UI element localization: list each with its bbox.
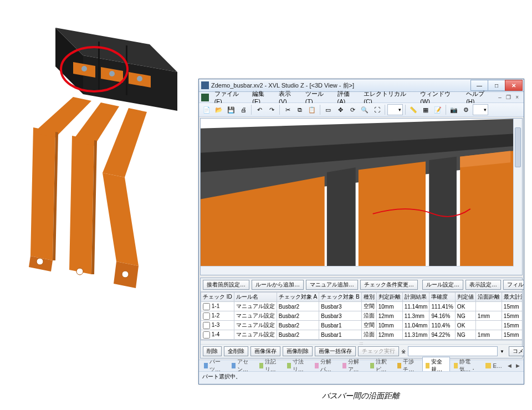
menu-window[interactable]: ウィンドウ(W) <box>417 90 463 105</box>
table-row[interactable]: 1-1マニュアル設定Busbar2Busbar3空間10mm11.14mm111… <box>201 302 523 311</box>
svg-point-9 <box>109 71 115 76</box>
tb-paste-icon[interactable]: 📋 <box>306 104 318 115</box>
tb-rotate-icon[interactable]: ⟳ <box>347 104 358 115</box>
mdi-min-button[interactable]: – <box>495 94 504 101</box>
tb-zoom-icon[interactable]: 🔍 <box>359 104 370 115</box>
tb-save-icon[interactable]: 💾 <box>226 104 237 115</box>
maximize-button[interactable]: □ <box>488 80 505 91</box>
tb-settings-icon[interactable]: ⚙ <box>461 104 472 115</box>
tb-print-icon[interactable]: 🖨 <box>238 104 249 115</box>
col-creepage[interactable]: 沿面距離 <box>475 293 502 302</box>
reference-3d-image <box>11 11 188 294</box>
menu-edit[interactable]: 編集(E) <box>249 90 275 105</box>
menu-view[interactable]: 表示(V) <box>275 90 302 105</box>
delete-button[interactable]: 削除 <box>203 346 222 356</box>
svg-point-15 <box>37 258 43 265</box>
menu-electrical[interactable]: エレクトリカル(C) <box>360 90 417 105</box>
viewport-scrollbar-horizontal[interactable] <box>201 266 514 275</box>
viewport-scrollbar-vertical[interactable] <box>513 119 522 275</box>
tab-disB[interactable]: 分解ア… <box>340 357 366 371</box>
tb-new-icon[interactable]: 📄 <box>201 104 212 115</box>
col-target-b[interactable]: チェック対象 B <box>319 293 361 302</box>
tb-section-icon[interactable]: ▦ <box>420 104 431 115</box>
check-mark-icon: ※ <box>401 348 406 355</box>
tb-pan-icon[interactable]: ✥ <box>335 104 346 115</box>
col-rule-name[interactable]: ルール名 <box>234 293 277 302</box>
tb-render-dropdown[interactable]: ▾ <box>387 104 403 115</box>
col-max[interactable]: 最大計測… <box>502 293 522 302</box>
mdi-restore-button[interactable]: ❐ <box>504 94 513 101</box>
svg-point-8 <box>81 66 87 71</box>
tb-redo-icon[interactable]: ↷ <box>266 104 277 115</box>
tb-cut-icon[interactable]: ✂ <box>282 104 293 115</box>
tb-measure-icon[interactable]: 📏 <box>408 104 419 115</box>
tab-static[interactable]: 静電気…・ <box>451 357 482 371</box>
batch-save-image-button[interactable]: 画像一括保存 <box>315 346 356 356</box>
change-check-cond-button[interactable]: チェック条件変更… <box>360 280 418 290</box>
tb-open-icon[interactable]: 📂 <box>213 104 224 115</box>
contact-settings-button[interactable]: 接着箇所設定… <box>203 280 249 290</box>
dropdown-arrow-icon: ▼ <box>500 349 504 354</box>
col-judge[interactable]: 判定値 <box>455 293 475 302</box>
tb-undo-icon[interactable]: ↶ <box>254 104 265 115</box>
table-row[interactable]: 1-4マニュアル設定Busbar2Busbar1沿面12mm11.31mm94.… <box>201 330 523 340</box>
col-type[interactable]: 種別 <box>361 293 376 302</box>
comment-settings-button[interactable]: コメント設定 <box>509 346 524 356</box>
tb-layer-dropdown[interactable]: ▾ <box>473 104 488 115</box>
menu-eval[interactable]: 評価(A) <box>334 90 361 105</box>
tb-select-icon[interactable]: ▭ <box>323 104 334 115</box>
menu-file[interactable]: ファイル(F) <box>211 90 249 105</box>
3d-viewport[interactable] <box>200 118 523 275</box>
close-button[interactable]: ✕ <box>505 80 523 91</box>
delete-all-button[interactable]: 全削除 <box>224 346 248 356</box>
tab-safety[interactable]: 安全規… <box>422 357 450 371</box>
panel-splitter[interactable]: ::: <box>201 340 522 345</box>
row-checkbox[interactable] <box>203 322 210 329</box>
row-checkbox[interactable] <box>203 331 210 339</box>
col-calc[interactable]: 計測結果 <box>402 293 429 302</box>
result-select[interactable] <box>408 346 498 356</box>
minimize-button[interactable]: — <box>470 80 488 91</box>
add-manual-button[interactable]: マニュアル追加… <box>306 280 358 290</box>
filtering-button[interactable]: フィルタリング… <box>503 280 524 290</box>
add-from-rule-button[interactable]: ルールから追加… <box>252 280 304 290</box>
tab-disA[interactable]: 分解パ… <box>312 357 339 371</box>
svg-marker-16 <box>69 136 94 274</box>
save-image-button[interactable]: 画像保存 <box>250 346 280 356</box>
tb-copy-icon[interactable]: ⧉ <box>294 104 305 115</box>
tab-scroll-left[interactable]: ◀ <box>506 363 513 368</box>
svg-marker-31 <box>359 162 426 275</box>
menu-help[interactable]: ヘルプ(H) <box>463 90 495 105</box>
app-icon <box>201 81 209 89</box>
col-target-a[interactable]: チェック対象 A <box>277 293 319 302</box>
menu-bar: ファイル(F) 編集(E) 表示(V) ツール(T) 評価(A) エレクトリカル… <box>199 92 524 103</box>
tab-e[interactable]: E… <box>483 362 505 370</box>
window-title: Zdemo_busbar.xv2 - XVL Studio Z - [<3D V… <box>211 81 471 90</box>
tb-fit-icon[interactable]: ⛶ <box>371 104 382 115</box>
table-row[interactable]: 1-3マニュアル設定Busbar2Busbar1空間10mm11.04mm110… <box>201 321 523 330</box>
run-check-button[interactable]: チェック実行 <box>358 346 399 356</box>
tab-interf[interactable]: 干渉チ… <box>395 357 421 371</box>
col-measured[interactable]: 判定距離 <box>376 293 402 302</box>
app-window: Zdemo_busbar.xv2 - XVL Studio Z - [<3D V… <box>198 79 524 385</box>
col-acc[interactable]: 準確度 <box>429 293 455 302</box>
rule-settings-button[interactable]: ルール設定… <box>422 280 463 290</box>
row-checkbox[interactable] <box>203 303 210 310</box>
tab-parts[interactable]: パーツ… <box>201 357 228 371</box>
tab-scroll-right[interactable]: ▶ <box>514 363 521 368</box>
menu-tool[interactable]: ツール(T) <box>302 90 334 105</box>
toolbar: 📄 📂 💾 🖨 ↶ ↷ ✂ ⧉ 📋 ▭ ✥ ⟳ 🔍 ⛶ ▾ 📏 ▦ 📝 📷 ⚙ … <box>199 103 524 117</box>
display-settings-button[interactable]: 表示設定… <box>466 280 501 290</box>
tb-camera-icon[interactable]: 📷 <box>448 104 459 115</box>
svg-point-22 <box>122 271 129 278</box>
table-row[interactable]: 1-2マニュアル設定Busbar2Busbar3沿面12mm11.3mm94.1… <box>201 311 523 321</box>
tab-annotPin[interactable]: 注釈ピ… <box>367 357 394 371</box>
mdi-close-button[interactable]: × <box>513 94 521 101</box>
tab-asm[interactable]: アセン… <box>229 357 255 371</box>
tb-note-icon[interactable]: 📝 <box>432 104 443 115</box>
row-checkbox[interactable] <box>203 312 210 320</box>
tab-annot[interactable]: 注記リ… <box>257 357 283 371</box>
tab-dim[interactable]: 寸法リ… <box>284 357 311 371</box>
delete-image-button[interactable]: 画像削除 <box>283 346 313 356</box>
col-check-id[interactable]: チェック ID <box>201 293 234 302</box>
